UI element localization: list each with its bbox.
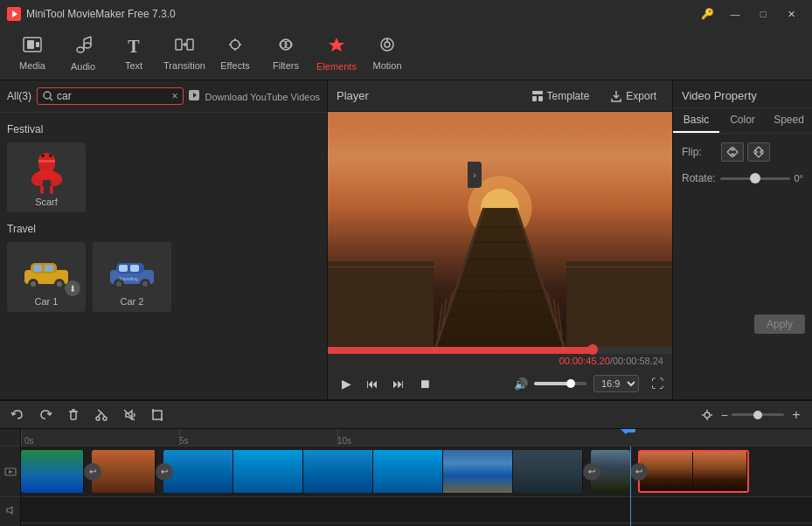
- maximize-button[interactable]: □: [749, 0, 777, 28]
- flip-vertical-button[interactable]: [747, 142, 770, 162]
- text-label: Text: [125, 60, 142, 71]
- ruler-mark-0s: 0s: [24, 436, 34, 446]
- crop-button[interactable]: [147, 405, 168, 426]
- svg-text:Travelling: Travelling: [119, 276, 138, 281]
- download-youtube-link[interactable]: Download YouTube Videos: [189, 90, 320, 102]
- export-label: Export: [626, 90, 656, 102]
- apply-button[interactable]: Apply: [754, 315, 805, 334]
- redo-button[interactable]: [35, 405, 56, 426]
- toolbar-transition[interactable]: Transition: [161, 31, 208, 77]
- panel-toggle-button[interactable]: ›: [468, 162, 482, 188]
- next-frame-button[interactable]: ⏭: [389, 377, 408, 391]
- title-bar: MiniTool MovieMaker Free 7.3.0 🔑 — □ ✕: [0, 0, 812, 28]
- scarf-preview: [20, 149, 73, 197]
- audio-detach-button[interactable]: [119, 405, 140, 426]
- undo-button[interactable]: [7, 405, 28, 426]
- filters-icon: [276, 37, 295, 57]
- transition-4[interactable]: ↩: [630, 463, 648, 481]
- elements-panel: All(3) × Download YouTube Videos Festiva…: [0, 80, 328, 399]
- window-controls: — □ ✕: [721, 0, 805, 28]
- svg-point-12: [231, 40, 239, 49]
- element-car1[interactable]: ⬇ Car 1: [7, 242, 86, 312]
- app-icon: [7, 7, 21, 21]
- motion-icon: [378, 37, 397, 57]
- svg-point-48: [116, 281, 121, 287]
- progress-bar[interactable]: [328, 347, 672, 354]
- flip-label: Flip:: [682, 146, 721, 158]
- element-car2[interactable]: Travelling Car 2: [93, 242, 171, 312]
- svg-point-34: [49, 154, 52, 157]
- transition-1[interactable]: ↩: [84, 463, 101, 481]
- stop-button[interactable]: ⏹: [415, 377, 434, 391]
- audio-track-icon: [0, 497, 20, 523]
- clip-5-selected[interactable]: [638, 450, 749, 493]
- tab-speed[interactable]: Speed: [766, 108, 812, 133]
- ruler-mark-5s: 5s: [179, 436, 189, 446]
- timeline-settings-button[interactable]: [697, 405, 718, 426]
- toolbar-effects[interactable]: Effects: [212, 31, 259, 77]
- tab-color[interactable]: Color: [719, 108, 766, 133]
- delete-button[interactable]: [63, 405, 84, 426]
- flip-horizontal-button[interactable]: [721, 142, 744, 162]
- minimize-button[interactable]: —: [721, 0, 749, 28]
- element-scarf[interactable]: Scarf: [7, 142, 86, 212]
- toolbar-audio[interactable]: Audio: [59, 31, 107, 77]
- video-track-indicator: [4, 466, 17, 478]
- audio-track-indicator: [4, 504, 17, 516]
- clip-3-thumb-4: [373, 450, 443, 493]
- player-header-buttons: Template Export: [524, 87, 663, 105]
- settings-icon: [701, 409, 713, 421]
- time-total: 00:00:58.24: [613, 356, 663, 366]
- player-title: Player: [337, 89, 524, 102]
- tab-basic[interactable]: Basic: [673, 108, 719, 133]
- export-button[interactable]: Export: [603, 87, 663, 105]
- progress-fill: [328, 347, 593, 354]
- zoom-slider[interactable]: [732, 413, 784, 416]
- toolbar-text[interactable]: T Text: [110, 31, 157, 77]
- audio-track: [21, 497, 812, 523]
- svg-rect-29: [38, 160, 55, 163]
- clip-3[interactable]: [163, 450, 583, 493]
- toolbar-motion[interactable]: Motion: [364, 31, 411, 77]
- rotate-slider[interactable]: [720, 177, 790, 180]
- svg-marker-100: [9, 470, 13, 474]
- clip-3-thumb-2: [233, 450, 303, 493]
- timeline-body: 0s 5s 10s: [0, 429, 812, 526]
- svg-point-24: [44, 92, 51, 99]
- fullscreen-button[interactable]: ⛶: [651, 377, 663, 391]
- close-button[interactable]: ✕: [777, 0, 805, 28]
- svg-point-50: [142, 281, 148, 287]
- toolbar-filters[interactable]: Filters: [262, 31, 309, 77]
- aspect-ratio-select[interactable]: 16:9 9:16 1:1 4:3: [593, 375, 639, 392]
- cut-button[interactable]: [91, 405, 112, 426]
- transition-2[interactable]: ↩: [156, 463, 173, 481]
- car2-name: Car 2: [121, 296, 144, 307]
- volume-slider[interactable]: [534, 382, 586, 385]
- template-icon: [531, 90, 544, 102]
- search-input[interactable]: [57, 90, 171, 102]
- volume-button[interactable]: 🔊: [511, 377, 531, 391]
- transition-icon: [175, 37, 194, 57]
- time-ruler: 0s 5s 10s: [21, 429, 812, 446]
- svg-point-86: [103, 417, 107, 420]
- undo-icon: [10, 408, 24, 422]
- zoom-plus-button[interactable]: +: [788, 407, 805, 423]
- search-clear-button[interactable]: ×: [171, 90, 177, 102]
- clip-1[interactable]: [21, 450, 84, 493]
- transition-3[interactable]: ↩: [583, 463, 600, 481]
- play-button[interactable]: ▶: [337, 377, 356, 391]
- crop-icon: [150, 408, 164, 422]
- svg-rect-46: [130, 265, 139, 272]
- export-icon: [610, 90, 622, 102]
- toolbar-media[interactable]: Media: [9, 31, 56, 77]
- svg-rect-3: [27, 40, 34, 49]
- prev-frame-button[interactable]: ⏮: [363, 377, 382, 391]
- template-button[interactable]: Template: [524, 87, 597, 105]
- toolbar-elements[interactable]: Elements: [313, 31, 360, 77]
- video-track: ↩ ↩: [21, 446, 812, 497]
- rotate-row: Rotate: 0°: [682, 172, 803, 184]
- audio-detach-icon: [122, 408, 136, 422]
- video-property-panel: Video Property Basic Color Speed Flip: R…: [672, 80, 812, 399]
- ruler-spacer: [0, 429, 20, 446]
- app-title: MiniTool MovieMaker Free 7.3.0: [26, 8, 701, 20]
